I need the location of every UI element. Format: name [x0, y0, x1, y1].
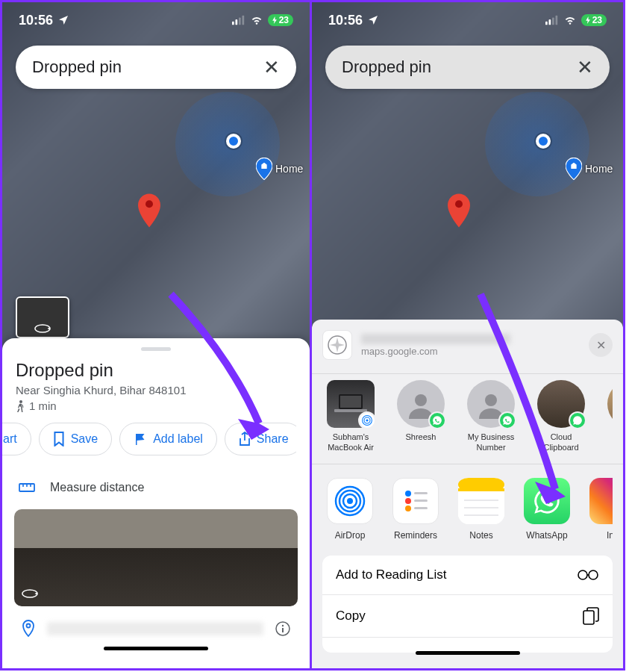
battery-level: 23 — [592, 15, 602, 25]
walk-duration: 1 min — [16, 399, 296, 412]
share-icon — [239, 432, 251, 447]
svg-rect-36 — [414, 507, 428, 509]
app-whatsapp[interactable]: WhatsApp — [522, 478, 572, 541]
coordinates-value — [47, 622, 263, 635]
wifi-icon — [250, 15, 263, 25]
share-sheet[interactable]: maps.google.com ✕ Subham's MacBook Air S… — [312, 320, 623, 668]
svg-rect-34 — [414, 500, 428, 502]
battery-level: 23 — [279, 15, 289, 25]
contact-item[interactable]: Cloud Clipboard — [533, 380, 589, 453]
svg-point-25 — [415, 394, 427, 406]
place-sheet[interactable]: Dropped pin Near Singhia Khurd, Bihar 84… — [2, 338, 310, 668]
svg-point-9 — [27, 624, 31, 628]
status-bar: 10:56 23 — [312, 2, 623, 38]
svg-rect-1 — [232, 22, 234, 25]
svg-point-26 — [485, 394, 497, 406]
dropped-pin-icon — [448, 193, 470, 228]
contact-item[interactable]: M — [603, 380, 613, 453]
app-name: AirDrop — [325, 530, 375, 541]
app-reminders[interactable]: Reminders — [391, 478, 440, 541]
share-domain: maps.google.com — [361, 346, 580, 357]
reminders-icon — [392, 478, 439, 524]
share-apps-row[interactable]: AirDrop Reminders Notes WhatsApp — [322, 464, 613, 551]
home-indicator[interactable] — [104, 647, 208, 650]
macbook-avatar — [327, 380, 375, 428]
contact-avatar — [467, 380, 515, 428]
copy-icon — [583, 607, 599, 625]
svg-rect-17 — [555, 16, 557, 25]
status-time: 10:56 — [328, 13, 363, 28]
svg-rect-21 — [334, 409, 367, 412]
add-label-button[interactable]: Add label — [119, 423, 217, 455]
svg-point-6 — [19, 400, 22, 403]
measure-distance-button[interactable]: Measure distance — [16, 466, 296, 509]
pin-outline-icon — [22, 620, 35, 638]
home-label-text: Home — [275, 163, 303, 175]
svg-rect-2 — [235, 19, 237, 25]
status-bar: 10:56 23 — [2, 2, 310, 38]
share-contacts-row[interactable]: Subham's MacBook Air Shreesh My Business… — [322, 374, 613, 464]
sheet-handle[interactable] — [141, 347, 171, 351]
whatsapp-icon — [524, 478, 570, 524]
svg-point-35 — [405, 505, 411, 511]
home-pin-icon — [566, 158, 582, 180]
clear-search-icon: ✕ — [577, 56, 593, 79]
cell-signal-icon — [545, 15, 559, 25]
current-location-dot — [226, 134, 241, 149]
contact-name: Cloud Clipboard — [533, 432, 589, 453]
svg-rect-32 — [414, 492, 428, 494]
contact-name: Subham's MacBook Air — [322, 432, 379, 453]
ruler-icon — [19, 481, 35, 494]
add-to-reading-list-button[interactable]: Add to Reading List — [322, 556, 613, 595]
maps-screen: Home 10:56 23 Dropped pin ✕ Dropped pin … — [0, 0, 312, 671]
info-icon[interactable] — [275, 621, 290, 636]
save-button[interactable]: Save — [39, 423, 112, 455]
svg-point-27 — [347, 498, 353, 504]
app-airdrop[interactable]: AirDrop — [325, 478, 375, 541]
svg-rect-16 — [552, 17, 554, 25]
home-marker: Home — [566, 158, 613, 180]
svg-rect-12 — [282, 628, 284, 632]
whatsapp-badge-icon — [428, 411, 446, 429]
streetview-thumbnail[interactable] — [16, 296, 69, 338]
app-name: WhatsApp — [522, 530, 572, 541]
walk-time-text: 1 min — [29, 399, 57, 412]
search-bar[interactable]: Dropped pin ✕ — [16, 46, 296, 89]
airdrop-icon — [327, 478, 373, 524]
clear-search-icon[interactable]: ✕ — [263, 56, 280, 79]
contact-item[interactable]: Shreesh — [392, 380, 449, 453]
share-button[interactable]: Share — [225, 423, 296, 455]
charging-icon — [272, 16, 278, 24]
dropped-pin-icon[interactable] — [138, 193, 160, 228]
app-notes[interactable]: Notes — [457, 478, 506, 541]
search-value: Dropped pin — [342, 57, 577, 77]
home-marker[interactable]: Home — [256, 158, 303, 180]
svg-point-43 — [578, 570, 587, 579]
glasses-icon — [577, 568, 599, 582]
action-chips: art Save Add label Share — [0, 423, 296, 455]
location-arrow-icon — [57, 14, 69, 26]
contact-avatar — [537, 380, 585, 428]
app-name: Reminders — [391, 530, 440, 541]
action-cut[interactable] — [322, 638, 613, 653]
wifi-icon — [563, 15, 577, 25]
measure-label: Measure distance — [50, 481, 144, 494]
contact-item[interactable]: My Business Number — [463, 380, 519, 453]
app-instagram[interactable]: Ins — [588, 478, 613, 541]
svg-rect-15 — [548, 19, 551, 25]
whatsapp-badge-icon — [498, 411, 516, 429]
svg-rect-3 — [239, 17, 241, 25]
coordinates-row[interactable] — [16, 606, 296, 642]
svg-point-44 — [589, 570, 598, 579]
streetview-preview[interactable] — [14, 509, 298, 606]
contact-item[interactable]: Subham's MacBook Air — [322, 380, 379, 453]
whatsapp-badge-icon — [569, 411, 586, 429]
location-arrow-icon — [367, 14, 379, 26]
contact-name: M — [603, 432, 613, 443]
start-button[interactable]: art — [0, 423, 31, 455]
close-share-button[interactable]: ✕ — [589, 333, 613, 357]
svg-rect-45 — [583, 611, 594, 624]
copy-button[interactable]: Copy — [322, 595, 613, 638]
app-name: Notes — [457, 530, 506, 541]
current-location-dot — [536, 134, 551, 149]
